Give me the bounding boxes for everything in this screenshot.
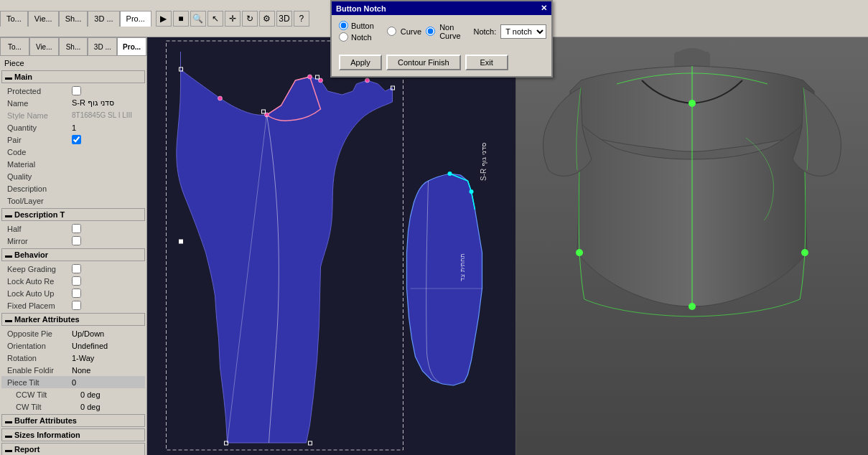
panel-tab-pro[interactable]: Pro... [117, 37, 146, 56]
panel-tab-vie[interactable]: Vie... [29, 37, 59, 56]
prop-pair: Pair [1, 133, 145, 146]
radio-curve[interactable] [387, 27, 396, 36]
prop-half-checkbox[interactable] [72, 224, 81, 233]
prop-mirror-checkbox[interactable] [72, 236, 81, 245]
prop-orientation-value: Undefined [72, 342, 142, 350]
prop-mirror: Mirror [1, 235, 145, 247]
dialog-body: Button Notch Curve Non Curve [332, 15, 551, 52]
prop-piece-tilt-value: 0 [72, 378, 142, 387]
radio-notch-item[interactable]: Notch [339, 32, 374, 42]
svg-rect-13 [179, 240, 183, 243]
panel-tab-sh[interactable]: Sh... [59, 37, 88, 56]
svg-point-25 [576, 249, 583, 256]
tab-to[interactable]: To... [0, 11, 28, 27]
panel-tab-to[interactable]: To... [0, 37, 29, 56]
exit-button[interactable]: Exit [465, 55, 508, 70]
toolbar-tabs: To... Vie... Sh... 3D ... Pro... [0, 0, 151, 37]
prop-code: Code [1, 146, 145, 158]
prop-enable-foldir-label: Enable Foldir [7, 366, 72, 375]
prop-opposite-pie: Opposite Pie Up/Down [1, 327, 145, 339]
toolbar-icon-play[interactable]: ▶ [156, 11, 172, 27]
toolbar-icon-stop[interactable]: ■ [173, 11, 189, 27]
prop-protected-checkbox[interactable] [72, 86, 81, 95]
prop-tool-layer-label: Tool/Layer [7, 197, 72, 205]
notch-row: Notch: T notch V notch L notch [474, 24, 547, 39]
radio-non-curve[interactable] [426, 27, 435, 36]
section-description-t[interactable]: ▬ Description T [1, 208, 145, 221]
radio-button-item[interactable]: Button [339, 21, 374, 30]
toolbar-icon-3d[interactable]: 3D [276, 11, 292, 27]
prop-keep-grading-label: Keep Grading [7, 265, 72, 273]
prop-fixed-placem: Fixed Placem [1, 299, 145, 311]
prop-fixed-placem-checkbox[interactable] [72, 301, 81, 310]
toolbar-icon-rotate[interactable]: ↻ [242, 11, 258, 27]
panel-content: Piece ▬ Main Protected Name S-R סדני גוף… [0, 56, 146, 455]
notch-select[interactable]: T notch V notch L notch [500, 24, 546, 39]
panel-tab-3d[interactable]: 3D ... [88, 37, 117, 56]
prop-pair-checkbox[interactable] [72, 135, 81, 144]
prop-half: Half [1, 222, 145, 235]
pattern-svg: S-R סדני גוף תחתית צד [147, 37, 515, 455]
toolbar-icon-move[interactable]: ✛ [225, 11, 241, 27]
tab-vie[interactable]: Vie... [28, 11, 59, 27]
section-desc-label: Description T [14, 210, 65, 219]
prop-lock-auto-up-checkbox[interactable] [72, 289, 81, 298]
prop-enable-foldir-value: None [72, 366, 142, 375]
prop-material-label: Material [7, 160, 72, 169]
svg-point-4 [308, 75, 312, 79]
section-report[interactable]: ▬ Report [1, 443, 145, 455]
tab-pro[interactable]: Pro... [120, 11, 151, 27]
prop-cw-tilt-value: 0 deg [80, 403, 142, 411]
prop-description-label: Description [7, 184, 72, 193]
toolbar-icon-select[interactable]: ↖ [207, 11, 223, 27]
prop-orientation: Orientation Undefined [1, 339, 145, 352]
toolbar-icon-help[interactable]: ? [294, 11, 309, 27]
prop-lock-auto-re: Lock Auto Re [1, 275, 145, 287]
dialog-overlay: Button Notch ✕ Button Notch [330, 0, 553, 78]
section-main[interactable]: ▬ Main [1, 70, 145, 83]
piece-label: Piece [1, 57, 145, 69]
prop-orientation-label: Orientation [7, 342, 72, 350]
prop-tool-layer: Tool/Layer [1, 194, 145, 207]
prop-piece-tilt-label: Piece Tilt [7, 378, 72, 387]
pattern-canvas[interactable]: S-R סדני גוף תחתית צד [147, 37, 516, 455]
prop-keep-grading-checkbox[interactable] [72, 264, 81, 273]
prop-opposite-pie-value: Up/Down [72, 329, 142, 338]
dialog-options-row: Button Notch Curve Non Curve [339, 21, 544, 42]
prop-fixed-placem-label: Fixed Placem [7, 301, 72, 310]
dialog-title-text: Button Notch [336, 4, 386, 13]
section-behavior[interactable]: ▬ Behavior [1, 248, 145, 261]
dialog-close-icon[interactable]: ✕ [541, 4, 547, 13]
svg-point-24 [689, 303, 696, 310]
prop-name-label: Name [7, 99, 72, 108]
toolbar: To... Vie... Sh... 3D ... Pro... ▶ ■ 🔍 ↖… [0, 0, 868, 37]
section-marker[interactable]: ▬ Marker Attributes [1, 313, 145, 326]
type-radio-group: Button Notch [339, 21, 374, 42]
section-sizes[interactable]: ▬ Sizes Information [1, 428, 145, 441]
prop-style-name-label: Style Name [7, 111, 72, 120]
tab-sh[interactable]: Sh... [59, 11, 88, 27]
radio-notch[interactable] [339, 32, 348, 42]
section-desc-icon: ▬ [5, 211, 12, 219]
prop-material: Material [1, 158, 145, 170]
toolbar-icon-settings[interactable]: ⚙ [259, 11, 275, 27]
section-buffer[interactable]: ▬ Buffer Attributes [1, 414, 145, 427]
toolbar-icon-zoom[interactable]: 🔍 [190, 11, 206, 27]
section-buffer-icon: ▬ [5, 417, 12, 425]
prop-ccw-tilt: CCW Tilt 0 deg [1, 388, 145, 400]
prop-lock-auto-re-checkbox[interactable] [72, 276, 81, 286]
tab-3d[interactable]: 3D ... [88, 11, 119, 27]
section-main-icon: ▬ [5, 73, 12, 81]
contour-finish-button[interactable]: Contour Finish [386, 55, 461, 70]
radio-button[interactable] [339, 21, 348, 30]
prop-cw-tilt: CW Tilt 0 deg [1, 400, 145, 413]
button-notch-dialog: Button Notch ✕ Button Notch [330, 0, 553, 78]
svg-text:S-R סדני גוף: S-R סדני גוף [480, 143, 487, 181]
prop-piece-tilt: Piece Tilt 0 [1, 376, 145, 388]
prop-code-label: Code [7, 148, 72, 156]
prop-name-value: S-R סדני גוף [72, 98, 142, 108]
section-sizes-label: Sizes Information [14, 431, 80, 439]
svg-point-6 [365, 78, 370, 83]
apply-button[interactable]: Apply [339, 55, 382, 70]
non-curve-label: Non Curve [439, 23, 460, 40]
